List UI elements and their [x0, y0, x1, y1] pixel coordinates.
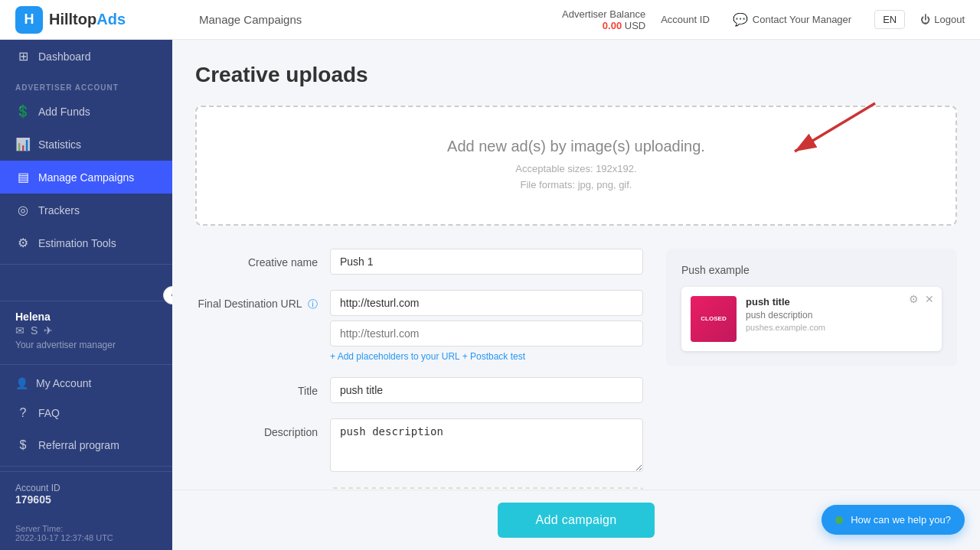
- url-input-wrap: + Add placeholders to your URL + Postbac…: [330, 290, 643, 362]
- faq-icon: ?: [15, 406, 31, 420]
- account-icon: 👤: [15, 377, 28, 389]
- upload-sub-text-2: File formats: jpg, png, gif.: [212, 177, 940, 194]
- grid-icon: ⊞: [15, 49, 31, 63]
- push-example-title: Push example: [681, 264, 942, 276]
- logout-button[interactable]: ⏻ Logout: [920, 14, 965, 25]
- info-icon[interactable]: ⓘ: [308, 298, 318, 310]
- account-id-top: Account ID: [661, 14, 710, 25]
- email-icon[interactable]: ✉: [15, 324, 24, 337]
- sidebar-item-referral[interactable]: $ Referral program: [0, 429, 172, 461]
- title-row: Title: [195, 377, 643, 403]
- advertiser-balance: Advertiser Balance 0.00 USD: [562, 8, 645, 31]
- destination-url-label: Final Destination URL ⓘ: [195, 290, 318, 311]
- tools-icon: ⚙: [15, 236, 31, 250]
- push-notif-url: pushes.example.com: [746, 323, 933, 332]
- push-notification-preview: CLOSED push title push description pushe…: [681, 287, 942, 351]
- campaigns-icon: ▤: [15, 170, 31, 184]
- push-notif-title: push title: [746, 296, 933, 308]
- creative-name-label: Creative name: [195, 249, 318, 268]
- upload-main-text: Add new ad(s) by image(s) uploading.: [212, 138, 940, 155]
- trackers-icon: ◎: [15, 203, 31, 217]
- sidebar-item-trackers[interactable]: ◎ Trackers: [0, 194, 172, 226]
- skype-icon[interactable]: S: [31, 324, 38, 337]
- add-campaign-button[interactable]: Add campaign: [498, 503, 655, 538]
- contact-manager-button[interactable]: 💬 Contact Your Manager: [725, 8, 859, 31]
- logout-icon: ⏻: [920, 14, 930, 25]
- logo-icon: H: [15, 6, 43, 34]
- help-chat-bubble[interactable]: How can we help you?: [822, 505, 965, 535]
- logo-text: HilltopAds: [49, 11, 126, 28]
- manager-contact-icons: ✉ S ✈: [15, 324, 157, 337]
- sidebar-item-statistics[interactable]: 📊 Statistics: [0, 128, 172, 161]
- description-row: Description push description: [195, 418, 643, 472]
- manager-role: Your advertiser manager: [15, 340, 157, 350]
- sidebar-item-estimation-tools[interactable]: ⚙ Estimation Tools: [0, 226, 172, 259]
- chat-icon: 💬: [733, 12, 748, 27]
- telegram-icon[interactable]: ✈: [44, 324, 53, 337]
- help-online-dot: [835, 516, 843, 524]
- creative-name-row: Creative name: [195, 249, 643, 275]
- url-links: + Add placeholders to your URL + Postbac…: [330, 351, 643, 362]
- sidebar-server-time: Server Time: 2022-10-17 12:37:48 UTC: [0, 516, 172, 550]
- push-example-box: Push example CLOSED push title push desc…: [666, 249, 957, 366]
- balance-value: 0.00 USD: [562, 20, 645, 31]
- title-input[interactable]: [330, 377, 643, 403]
- creative-name-input[interactable]: [330, 249, 643, 275]
- push-notif-desc: push description: [746, 310, 933, 321]
- dollar-icon: 💲: [15, 104, 31, 119]
- push-close-icon[interactable]: ✕: [925, 293, 934, 305]
- add-placeholders-link[interactable]: + Add placeholders to your URL: [330, 351, 459, 362]
- description-textarea[interactable]: push description: [330, 418, 643, 472]
- manager-name: Helena: [15, 311, 157, 323]
- description-label: Description: [195, 418, 318, 438]
- page-title: Creative uploads: [195, 63, 957, 87]
- sidebar-item-manage-campaigns[interactable]: ▤ Manage Campaigns: [0, 161, 172, 194]
- push-content: push title push description pushes.examp…: [746, 296, 933, 332]
- sidebar-section-label: ADVERTISER ACCOUNT: [0, 73, 172, 95]
- sidebar-item-dashboard[interactable]: ⊞ Dashboard: [0, 40, 172, 73]
- balance-label: Advertiser Balance: [562, 8, 645, 20]
- sidebar-account-id: Account ID 179605: [0, 471, 172, 516]
- sidebar-item-my-account[interactable]: 👤 My Account: [0, 369, 172, 397]
- destination-url-input[interactable]: [330, 290, 643, 316]
- upload-sub-text-1: Acceptable sizes: 192x192.: [212, 161, 940, 177]
- page-title-topbar: Manage Campaigns: [184, 13, 562, 26]
- push-image: CLOSED: [691, 296, 737, 342]
- push-actions: ⚙ ✕: [909, 293, 934, 305]
- sidebar-item-faq[interactable]: ? FAQ: [0, 397, 172, 429]
- logo: H HilltopAds: [15, 6, 184, 34]
- main-content: Creative uploads Add new ad(s) by image(…: [172, 40, 980, 550]
- push-settings-icon[interactable]: ⚙: [909, 293, 919, 305]
- sidebar: ⊞ Dashboard ADVERTISER ACCOUNT 💲 Add Fun…: [0, 40, 172, 550]
- chart-icon: 📊: [15, 137, 31, 151]
- upload-zone[interactable]: Add new ad(s) by image(s) uploading. Acc…: [195, 106, 957, 226]
- destination-url-secondary-input[interactable]: [330, 321, 643, 347]
- manager-info: Helena ✉ S ✈ Your advertiser manager: [0, 301, 172, 360]
- arrow-annotation: [756, 99, 879, 168]
- language-button[interactable]: EN: [874, 10, 905, 29]
- topbar: H HilltopAds Manage Campaigns Advertiser…: [0, 0, 980, 40]
- sidebar-item-add-funds[interactable]: 💲 Add Funds: [0, 95, 172, 128]
- topbar-right: Advertiser Balance 0.00 USD Account ID 💬…: [562, 8, 965, 31]
- postback-test-link[interactable]: + Postback test: [462, 351, 525, 362]
- referral-icon: $: [15, 438, 31, 452]
- destination-url-row: Final Destination URL ⓘ + Add placeholde…: [195, 290, 643, 362]
- help-bubble-text: How can we help you?: [851, 514, 951, 526]
- title-label: Title: [195, 377, 318, 397]
